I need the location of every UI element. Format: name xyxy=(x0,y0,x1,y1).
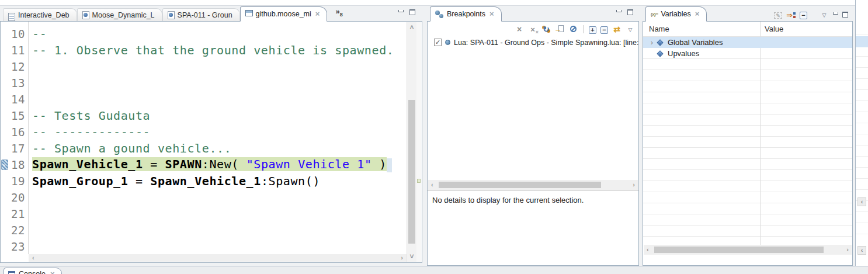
scroll-up-arrow[interactable]: ˄ xyxy=(407,23,416,32)
marker-gutter[interactable] xyxy=(1,107,9,124)
close-icon[interactable]: × xyxy=(315,11,320,17)
code-line[interactable]: 17-- Spawn a gound vehicle... xyxy=(1,140,407,157)
view-menu-icon[interactable]: ▽ xyxy=(820,9,829,20)
maximize-button[interactable] xyxy=(409,9,415,15)
scroll-right-arrow[interactable]: › xyxy=(846,245,849,255)
line-number[interactable]: 17 xyxy=(9,142,28,155)
marker-gutter[interactable] xyxy=(1,238,9,255)
marker-gutter[interactable] xyxy=(1,75,9,91)
scroll-left-arrow[interactable]: ‹ xyxy=(857,246,866,255)
code-line[interactable]: 19Spawn_Group_1 = Spawn_Vehicle_1:Spawn(… xyxy=(1,173,407,189)
line-number[interactable]: 13 xyxy=(9,77,28,89)
collapse-all-icon[interactable]: − xyxy=(800,9,807,20)
scroll-left-arrow[interactable]: ‹ xyxy=(647,245,649,255)
editor-tab-github-moose-mi[interactable]: github.moose_mi× xyxy=(240,6,328,22)
tab-variables[interactable]: (x)= Variables × xyxy=(645,6,707,22)
view-menu-icon[interactable]: ▽ xyxy=(626,23,635,34)
show-type-names-icon[interactable]: ✎ xyxy=(774,9,782,20)
scroll-left-arrow[interactable]: ‹ xyxy=(32,254,34,262)
maximize-button[interactable] xyxy=(627,9,633,15)
marker-gutter[interactable] xyxy=(1,140,9,157)
collapse-all-icon[interactable]: − xyxy=(600,24,608,34)
line-number[interactable]: 12 xyxy=(9,60,28,73)
close-icon[interactable]: × xyxy=(50,271,55,274)
marker-gutter[interactable] xyxy=(1,222,9,238)
marker-gutter[interactable] xyxy=(1,42,9,58)
line-number[interactable]: 11 xyxy=(9,44,28,57)
minimize-button[interactable] xyxy=(398,10,404,15)
code-line[interactable]: ▸18Spawn_Vehicle_1 = SPAWN:New( "Spawn V… xyxy=(1,157,407,173)
close-icon[interactable]: × xyxy=(489,11,494,17)
remove-breakpoint-icon[interactable]: × xyxy=(515,24,524,34)
column-header-name[interactable]: Name xyxy=(649,25,669,33)
minimize-button[interactable] xyxy=(616,10,622,15)
scrollbar-thumb[interactable] xyxy=(654,247,824,253)
scroll-left-arrow[interactable]: ‹ xyxy=(431,180,433,190)
marker-gutter[interactable] xyxy=(1,26,9,42)
marker-gutter[interactable] xyxy=(1,124,9,140)
breakpoint-entry[interactable]: ✓Lua: SPA-011 - Ground Ops - Simple Spaw… xyxy=(428,37,638,48)
variables-horizontal-scrollbar[interactable]: ‹ › xyxy=(644,245,852,255)
marker-gutter[interactable] xyxy=(1,206,9,222)
minimize-icon[interactable] xyxy=(833,12,838,17)
link-with-debug-view-icon[interactable]: ⇄ xyxy=(612,24,622,34)
refresh-breakpoints-icon[interactable]: ↻ xyxy=(541,24,551,34)
breakpoints-horizontal-scrollbar[interactable]: ‹ › xyxy=(428,180,638,190)
code-line[interactable]: 23 xyxy=(1,238,407,255)
code-lines[interactable]: 10--11-- 1. Observe that the ground vehi… xyxy=(1,26,407,255)
code-line[interactable]: 15-- Tests Gudauta xyxy=(1,107,407,124)
line-number[interactable]: 22 xyxy=(9,224,28,237)
editor-tab-spa-011-groun[interactable]: SPA-011 - Groun xyxy=(162,8,240,21)
editor-tab-interactive-deb[interactable]: Interactive_Deb xyxy=(3,8,77,21)
skip-all-breakpoints-icon[interactable] xyxy=(568,24,578,34)
code-line[interactable]: 13 xyxy=(1,75,407,91)
scroll-left-arrow[interactable]: ‹ xyxy=(857,197,866,206)
show-logical-structure-icon[interactable]: ⇒ xyxy=(786,9,796,20)
code-editor[interactable]: 10--11-- 1. Observe that the ground vehi… xyxy=(0,21,422,263)
line-number[interactable]: 14 xyxy=(9,93,28,106)
marker-gutter[interactable] xyxy=(1,58,9,75)
marker-gutter[interactable] xyxy=(1,173,9,189)
tab-breakpoints[interactable]: Breakpoints × xyxy=(430,6,502,22)
scrollbar-thumb[interactable] xyxy=(408,100,415,244)
close-icon[interactable]: × xyxy=(695,11,700,17)
breakpoint-checkbox[interactable]: ✓ xyxy=(434,39,442,46)
marker-gutter[interactable] xyxy=(1,91,9,107)
scroll-right-arrow[interactable]: › xyxy=(633,180,635,190)
line-number[interactable]: 10 xyxy=(9,27,28,40)
more-editors-chevron[interactable]: »8 xyxy=(335,7,342,18)
line-number[interactable]: 21 xyxy=(9,207,28,220)
variable-row[interactable]: Upvalues xyxy=(643,48,852,59)
editor-horizontal-scrollbar[interactable]: ‹ › xyxy=(29,254,407,262)
code-line[interactable]: 12 xyxy=(1,58,407,75)
scroll-down-arrow[interactable]: ˅ xyxy=(407,252,416,261)
code-line[interactable]: 21 xyxy=(1,206,407,222)
tab-console[interactable]: Console × xyxy=(4,268,62,274)
go-to-file-for-breakpoint-icon[interactable]: → xyxy=(555,24,564,34)
overview-ruler[interactable] xyxy=(416,22,421,262)
line-number[interactable]: 23 xyxy=(9,240,28,253)
line-number[interactable]: 18 xyxy=(9,158,28,171)
code-line[interactable]: 10-- xyxy=(1,26,407,42)
column-header-value[interactable]: Value xyxy=(765,25,783,33)
editor-tab-moose-dynamic-l[interactable]: Moose_Dynamic_L xyxy=(77,8,162,21)
line-number[interactable]: 15 xyxy=(9,109,28,122)
code-line[interactable]: 16-- ------------- xyxy=(1,124,407,140)
remove-all-breakpoints-icon[interactable]: ×× xyxy=(528,24,537,34)
code-line[interactable]: 11-- 1. Observe that the ground vehicle … xyxy=(1,42,407,58)
scrollbar-thumb[interactable] xyxy=(439,182,601,188)
editor-vertical-scrollbar[interactable]: ˄ ˅ xyxy=(407,22,416,262)
line-number[interactable]: 19 xyxy=(9,175,28,188)
code-line[interactable]: 20 xyxy=(1,189,407,206)
marker-gutter[interactable]: ▸ xyxy=(1,157,9,173)
code-line[interactable]: 14 xyxy=(1,91,407,107)
variable-row[interactable]: ›Global Variables xyxy=(643,37,852,48)
scroll-right-arrow[interactable]: › xyxy=(401,254,403,262)
expand-chevron-icon[interactable]: › xyxy=(648,38,656,47)
overview-annotation[interactable] xyxy=(417,179,421,183)
expand-all-icon[interactable]: + xyxy=(589,24,596,34)
line-number[interactable]: 16 xyxy=(9,126,28,138)
maximize-icon[interactable] xyxy=(842,12,848,18)
marker-gutter[interactable] xyxy=(1,189,9,206)
line-number[interactable]: 20 xyxy=(9,191,28,204)
